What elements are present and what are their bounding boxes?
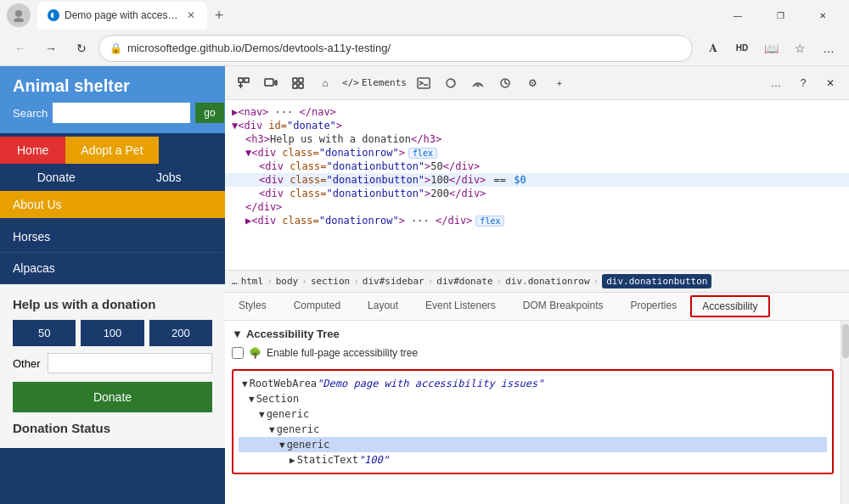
svg-rect-12 — [299, 84, 303, 88]
elements-label: Elements — [362, 77, 407, 88]
tab-properties[interactable]: Properties — [617, 293, 691, 320]
svg-rect-3 — [239, 78, 243, 82]
nav-row-2: Donate Jobs — [0, 164, 225, 191]
nav-donate[interactable]: Donate — [0, 164, 113, 191]
inspect-icon[interactable] — [232, 71, 256, 95]
a11y-statictext[interactable]: ▶ StaticText "100" — [239, 452, 827, 468]
tab-event-listeners[interactable]: Event Listeners — [412, 293, 509, 320]
device-toolbar-icon[interactable] — [259, 71, 283, 95]
breadcrumb-donate[interactable]: div#donate — [436, 276, 492, 287]
reading-view-icon[interactable]: 📖 — [757, 35, 784, 62]
back-button[interactable]: ← — [7, 35, 34, 62]
a11y-generic-1[interactable]: ▼ generic — [239, 406, 827, 422]
tree-donationrow-1[interactable]: ▼<div class="donationrow">flex — [225, 146, 849, 160]
favorites-icon[interactable]: ☆ — [786, 35, 813, 62]
tab-close-button[interactable]: ✕ — [185, 8, 197, 23]
tree-donationbtn-200[interactable]: <div class="donationbutton">200</div> — [225, 187, 849, 200]
breadcrumb-body[interactable]: body — [276, 276, 299, 287]
nav-row-1: Home Adopt a Pet — [0, 137, 225, 164]
nav-adopt[interactable]: Adopt a Pet — [65, 137, 158, 164]
network-icon[interactable] — [466, 71, 490, 95]
tab-dom-breakpoints[interactable]: DOM Breakpoints — [509, 293, 617, 320]
more-tabs-btn[interactable]: + — [548, 71, 571, 95]
tab-accessibility[interactable]: Accessibility — [690, 295, 769, 317]
title-bar: Demo page with accessibility issu... ✕ +… — [0, 0, 849, 31]
devtools-more-btn[interactable]: … — [764, 71, 788, 95]
nav-row-3: About Us — [0, 191, 225, 218]
donation-200[interactable]: 200 — [149, 320, 212, 346]
help-icon[interactable]: ? — [791, 71, 815, 95]
tab-styles[interactable]: Styles — [225, 293, 280, 320]
devtools-scrollbar[interactable] — [841, 321, 849, 504]
accessibility-panel: ▼ Accessibility Tree 🌳 Enable full-page … — [225, 321, 841, 504]
maximize-button[interactable]: ❐ — [761, 3, 800, 27]
a11y-root[interactable]: ▼ RootWebArea "Demo page with accessibil… — [239, 376, 827, 391]
svg-rect-9 — [293, 78, 297, 82]
enable-accessibility-row: 🌳 Enable full-page accessibility tree — [232, 347, 834, 359]
settings-icon[interactable]: ⚙ — [520, 71, 544, 95]
tree-div-close[interactable]: </div> — [225, 200, 849, 214]
more-icon[interactable]: … — [815, 35, 842, 62]
animal-horses[interactable]: Horses — [0, 221, 225, 253]
address-bar[interactable]: 🔒 microsoftedge.github.io/Demos/devtools… — [98, 35, 693, 62]
donation-50[interactable]: 50 — [13, 320, 76, 346]
donation-title: Help us with a donation — [13, 297, 212, 311]
new-tab-button[interactable]: + — [207, 3, 231, 27]
breadcrumb-donationrow[interactable]: div.donationrow — [505, 276, 589, 287]
devtools-toolbar: ⌂ </> Elements ⚙ + — [225, 66, 849, 100]
nav-about[interactable]: About Us — [0, 191, 225, 218]
breadcrumb-sep-5: › — [497, 276, 503, 287]
breadcrumb-html[interactable]: html — [241, 276, 264, 287]
forward-button[interactable]: → — [37, 35, 65, 62]
tree-h3[interactable]: <h3>Help us with a donation</h3> — [225, 132, 849, 146]
breadcrumb-sidebar[interactable]: div#sidebar — [363, 276, 424, 287]
a11y-generic-2[interactable]: ▼ generic — [239, 422, 827, 437]
donation-other-input[interactable] — [48, 353, 212, 373]
animal-alpacas[interactable]: Alpacas — [0, 253, 225, 284]
search-button[interactable]: go — [195, 103, 223, 123]
site-title: Animal shelter — [13, 76, 212, 96]
donation-100[interactable]: 100 — [81, 320, 143, 346]
refresh-button[interactable]: ↻ — [68, 35, 95, 62]
devtools-close-icon[interactable]: ✕ — [818, 71, 842, 95]
tree-donationbtn-50[interactable]: <div class="donationbutton">50</div> — [225, 160, 849, 173]
demo-page: Animal shelter Search go Home Adopt a Pe… — [0, 66, 225, 504]
tree-donationrow-2[interactable]: ▶<div class="donationrow"> ··· </div>fle… — [225, 214, 849, 227]
tree-donationbtn-100[interactable]: <div class="donationbutton">100</div> ==… — [225, 173, 849, 187]
svg-point-16 — [477, 84, 480, 87]
enable-accessibility-checkbox[interactable] — [232, 347, 244, 359]
hd-icon[interactable]: HD — [728, 35, 756, 62]
user-avatar[interactable] — [7, 3, 31, 27]
tab-layout[interactable]: Layout — [354, 293, 412, 320]
svg-rect-7 — [265, 79, 273, 86]
tab-computed[interactable]: Computed — [280, 293, 354, 320]
address-text: microsoftedge.github.io/Demos/devtools-a… — [127, 42, 682, 54]
nav-home[interactable]: Home — [0, 137, 65, 164]
a11y-section[interactable]: ▼ Section — [239, 391, 827, 406]
elements-tab[interactable]: </> Elements — [340, 71, 408, 95]
breadcrumb-section[interactable]: section — [311, 276, 350, 287]
grid-icon[interactable] — [286, 71, 310, 95]
a11y-generic-3[interactable]: ▼ generic — [239, 437, 827, 452]
donation-submit-button[interactable]: Donate — [13, 382, 212, 412]
read-aloud-icon[interactable]: 𝐀 — [700, 35, 727, 62]
console-icon[interactable] — [412, 71, 436, 95]
breadcrumb-sep-2: › — [301, 276, 307, 287]
active-tab[interactable]: Demo page with accessibility issu... ✕ — [37, 2, 207, 29]
main-area: Animal shelter Search go Home Adopt a Pe… — [0, 66, 849, 504]
home-icon[interactable]: ⌂ — [313, 71, 337, 95]
minimize-button[interactable]: — — [718, 3, 757, 27]
svg-rect-11 — [293, 84, 297, 88]
performance-icon[interactable] — [493, 71, 517, 95]
close-button[interactable]: ✕ — [803, 3, 842, 27]
breadcrumb-donationbutton[interactable]: div.donationbutton — [602, 274, 711, 288]
nav-jobs[interactable]: Jobs — [113, 164, 226, 191]
donation-amounts: 50 100 200 — [13, 320, 212, 346]
sources-icon[interactable] — [439, 71, 463, 95]
svg-point-15 — [447, 79, 455, 87]
devtools-scroll-thumb[interactable] — [842, 324, 849, 358]
svg-point-0 — [15, 10, 22, 17]
search-input[interactable] — [53, 103, 190, 123]
tree-nav[interactable]: ▶<nav> ··· </nav> — [225, 105, 849, 119]
tree-div-donate[interactable]: ▼<div id="donate"> — [225, 119, 849, 132]
